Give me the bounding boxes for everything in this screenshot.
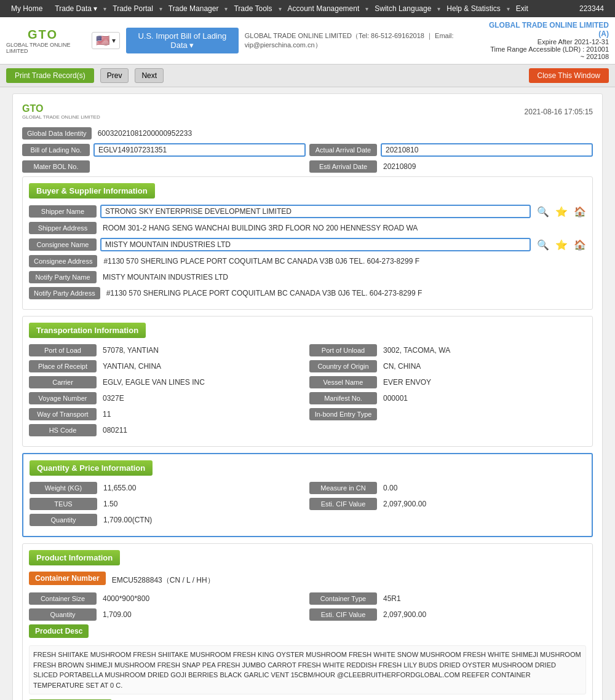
manifest-no-value: 000001 bbox=[381, 393, 586, 404]
port-of-load-label: Port of Load bbox=[29, 344, 97, 356]
esti-cif-value: 2,097,900.00 bbox=[381, 498, 585, 509]
nav-trade-tools[interactable]: Trade Tools bbox=[228, 0, 278, 17]
shipper-star-icon[interactable]: ⭐ bbox=[555, 206, 568, 218]
consignee-name-row: Consignee Name MISTY MOUNTAIN INDUSTRIES… bbox=[29, 238, 586, 251]
global-data-identity-value: 60032021081200000952233 bbox=[95, 128, 593, 139]
consignee-star-icon[interactable]: ⭐ bbox=[555, 239, 568, 251]
next-button-top[interactable]: Next bbox=[135, 68, 164, 83]
teus-label: TEUS bbox=[30, 498, 97, 510]
container-number-label: Container Number bbox=[29, 572, 106, 585]
mater-bol-value bbox=[93, 165, 306, 168]
consignee-name-value: MISTY MOUNTAIN INDUSTRIES LTD bbox=[100, 238, 531, 251]
bol-row: Bill of Lading No. EGLV149107231351 Actu… bbox=[22, 143, 593, 157]
country-of-origin-value: CN, CHINA bbox=[381, 361, 586, 372]
container-type-label: Container Type bbox=[309, 592, 377, 605]
hs-code-label: HS Code bbox=[29, 424, 97, 436]
hs-code-row: HS Code 080211 bbox=[29, 424, 586, 436]
shipper-address-row: Shipper Address ROOM 301-2 HANG SENG WAN… bbox=[29, 222, 586, 234]
quantity-value: 1,709.00(CTN) bbox=[101, 514, 585, 525]
buyer-supplier-header: Buyer & Supplier Information bbox=[29, 183, 155, 199]
notify-party-name-label: Notify Party Name bbox=[29, 271, 97, 283]
header-contact: GLOBAL TRADE ONLINE LIMITED（Tel: 86-512-… bbox=[245, 31, 485, 50]
esti-arrival-value: 20210809 bbox=[381, 161, 593, 172]
nav-switch-language[interactable]: Switch Language bbox=[368, 0, 437, 17]
product-desc-text: FRESH SHIITAKE MUSHROOM FRESH SHIITAKE M… bbox=[29, 645, 586, 694]
record-card: GTO GLOBAL TRADE ONLINE LIMITED 2021-08-… bbox=[12, 93, 603, 700]
notify-party-name-row: Notify Party Name MISTY MOUNTAIN INDUSTR… bbox=[29, 271, 586, 283]
vessel-name-value: EVER ENVOY bbox=[381, 377, 586, 388]
product-esti-cif-label: Esti. CIF Value bbox=[309, 608, 377, 621]
in-bond-entry-type-label: In-bond Entry Type bbox=[309, 408, 377, 420]
logo-area: GTO GLOBAL TRADE ONLINE LIMITED bbox=[6, 28, 79, 54]
esti-cif-label: Esti. CIF Value bbox=[309, 498, 377, 510]
header-bar: GTO GLOBAL TRADE ONLINE LIMITED 🇺🇸 ▾ U.S… bbox=[0, 17, 615, 65]
measure-in-cn-label: Measure in CN bbox=[309, 482, 377, 494]
us-flag-icon: 🇺🇸 bbox=[96, 34, 109, 47]
teus-value: 1.50 bbox=[101, 498, 306, 509]
notify-party-name-value: MISTY MOUNTAIN INDUSTRIES LTD bbox=[100, 272, 586, 283]
product-quantity-row: Quantity 1,709.00 Esti. CIF Value 2,097,… bbox=[29, 608, 586, 621]
bol-label: Bill of Lading No. bbox=[22, 144, 90, 156]
mater-bol-label: Mater BOL No. bbox=[22, 160, 90, 173]
quantity-price-header: Quantity & Price Information bbox=[30, 460, 153, 476]
container-size-row: Container Size 4000*900*800 Container Ty… bbox=[29, 592, 586, 605]
data-source-dropdown[interactable]: U.S. Import Bill of Lading Data ▾ bbox=[126, 28, 239, 53]
prev-button-top[interactable]: Prev bbox=[100, 68, 129, 83]
actual-arrival-value: 20210810 bbox=[381, 143, 593, 157]
print-button-top[interactable]: Print Trade Record(s) bbox=[6, 68, 94, 83]
global-data-identity-row: Global Data Identity 6003202108120000095… bbox=[22, 127, 593, 140]
buyer-supplier-section: Buyer & Supplier Information Shipper Nam… bbox=[22, 176, 593, 310]
shipper-name-label: Shipper Name bbox=[29, 205, 97, 218]
action-bar-top: Print Trade Record(s) Prev Next Close Th… bbox=[0, 65, 615, 87]
country-of-origin-label: Country of Origin bbox=[309, 360, 377, 372]
port-load-row: Port of Load 57078, YANTIAN Port of Unlo… bbox=[29, 344, 586, 356]
container-size-label: Container Size bbox=[29, 592, 97, 605]
actual-arrival-label: Actual Arrival Date bbox=[309, 144, 377, 156]
voyage-number-label: Voyage Number bbox=[29, 392, 97, 404]
nav-help-statistics[interactable]: Help & Statistics bbox=[440, 0, 506, 17]
way-of-transport-label: Way of Transport bbox=[29, 408, 97, 420]
product-desc-label: Product Desc bbox=[29, 624, 89, 638]
nav-trade-manager[interactable]: Trade Manager bbox=[162, 0, 225, 17]
nav-my-home[interactable]: My Home bbox=[5, 0, 49, 17]
consignee-home-icon[interactable]: 🏠 bbox=[574, 239, 586, 251]
nav-account-management[interactable]: Account Management bbox=[282, 0, 366, 17]
nav-exit[interactable]: Exit bbox=[510, 0, 534, 17]
measure-in-cn-value: 0.00 bbox=[381, 482, 585, 494]
container-number-value: EMCU5288843（CN / L / HH） bbox=[109, 574, 586, 587]
record-header: GTO GLOBAL TRADE ONLINE LIMITED 2021-08-… bbox=[22, 103, 593, 120]
header-right: GLOBAL TRADE ONLINE LIMITED (A) Expire A… bbox=[485, 21, 609, 60]
time-range: Time Range Accessible (LDR) : 201001 ~ 2… bbox=[485, 45, 609, 60]
place-of-receipt-label: Place of Receipt bbox=[29, 360, 97, 372]
consignee-search-icon[interactable]: 🔍 bbox=[537, 239, 549, 251]
product-quantity-value: 1,709.00 bbox=[100, 609, 306, 620]
nav-trade-data[interactable]: Trade Data ▾ bbox=[49, 0, 103, 17]
mater-bol-row: Mater BOL No. Esti Arrival Date 20210809 bbox=[22, 160, 593, 173]
way-of-transport-row: Way of Transport 11 In-bond Entry Type bbox=[29, 408, 586, 420]
shipper-address-label: Shipper Address bbox=[29, 222, 97, 234]
consignee-address-label: Consignee Address bbox=[29, 255, 97, 267]
main-content: GTO GLOBAL TRADE ONLINE LIMITED 2021-08-… bbox=[0, 87, 615, 700]
flag-selector[interactable]: 🇺🇸 ▾ bbox=[92, 32, 120, 49]
manifest-no-label: Manifest No. bbox=[309, 392, 377, 404]
product-esti-cif-value: 2,097,900.00 bbox=[381, 609, 586, 620]
notify-party-address-label: Notify Party Address bbox=[29, 287, 100, 299]
carrier-row: Carrier EGLV, EAGLE VAN LINES INC Vessel… bbox=[29, 376, 586, 388]
notify-party-address-row: Notify Party Address #1130 570 SHERLING … bbox=[29, 287, 586, 299]
transportation-header: Transportation Information bbox=[29, 323, 146, 338]
shipper-home-icon[interactable]: 🏠 bbox=[574, 206, 586, 218]
record-datetime: 2021-08-16 17:05:15 bbox=[525, 108, 593, 116]
weight-row: Weight (KG) 11,655.00 Measure in CN 0.00 bbox=[30, 482, 585, 494]
nav-trade-portal[interactable]: Trade Portal bbox=[106, 0, 159, 17]
close-button-top[interactable]: Close This Window bbox=[529, 68, 609, 83]
way-of-transport-value: 11 bbox=[100, 409, 306, 420]
weight-value: 11,655.00 bbox=[101, 482, 306, 494]
shipper-address-value: ROOM 301-2 HANG SENG WANCHAI BUILDING 3R… bbox=[100, 222, 586, 234]
port-of-unload-value: 3002, TACOMA, WA bbox=[381, 345, 586, 356]
consignee-name-label: Consignee Name bbox=[29, 238, 97, 251]
notify-party-address-value: #1130 570 SHERLING PLACE PORT COQUITLAM … bbox=[104, 288, 586, 299]
in-bond-entry-type-value bbox=[381, 413, 586, 415]
shipper-search-icon[interactable]: 🔍 bbox=[537, 206, 549, 218]
shipper-name-row: Shipper Name STRONG SKY ENTERPRISE DEVEL… bbox=[29, 205, 586, 218]
voyage-row: Voyage Number 0327E Manifest No. 000001 bbox=[29, 392, 586, 404]
